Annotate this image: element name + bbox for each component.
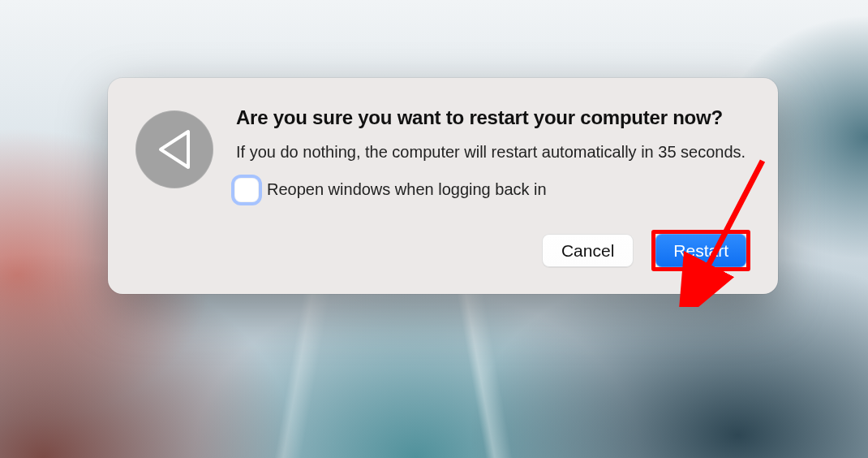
restart-confirmation-dialog: Are you sure you want to restart your co… [108, 78, 778, 294]
svg-marker-0 [161, 132, 188, 167]
dialog-title: Are you sure you want to restart your co… [236, 106, 750, 131]
dialog-icon-column [135, 106, 213, 271]
reopen-windows-checkbox[interactable] [234, 178, 259, 202]
restart-button-highlight: Restart [651, 230, 750, 271]
dialog-button-row: Cancel Restart [236, 230, 750, 271]
dialog-message: If you do nothing, the computer will res… [236, 140, 750, 163]
reopen-windows-row[interactable]: Reopen windows when logging back in [234, 178, 750, 202]
restart-button[interactable]: Restart [655, 234, 746, 267]
dialog-content: Are you sure you want to restart your co… [236, 106, 750, 271]
restart-icon [135, 110, 213, 188]
reopen-windows-label: Reopen windows when logging back in [267, 180, 547, 199]
cancel-button[interactable]: Cancel [542, 234, 634, 267]
play-triangle-icon [156, 128, 193, 171]
